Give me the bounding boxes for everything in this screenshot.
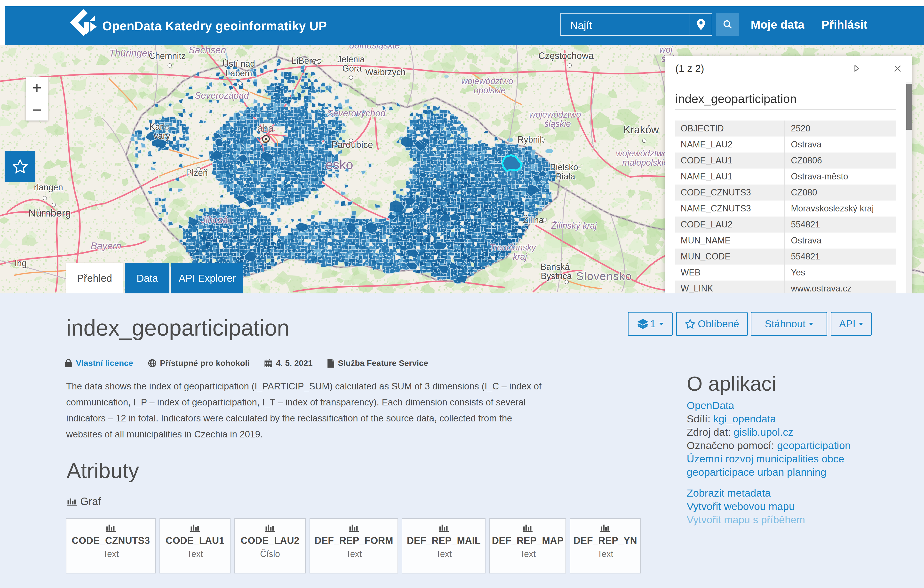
svg-text:vary: vary [153,131,170,141]
svg-text:Bayern: Bayern [91,241,121,251]
svg-text:opolskie: opolskie [474,85,506,95]
svg-text:Wałbrzych: Wałbrzych [365,67,406,77]
svg-text:Severozápad: Severozápad [195,91,249,101]
svg-text:Nürnberg: Nürnberg [28,207,71,219]
svg-text:esko: esko [325,157,353,172]
svg-text:Częstochowa: Częstochowa [538,51,594,61]
svg-text:dolnośląskie: dolnośląskie [349,45,400,50]
svg-text:Žilina: Žilina [523,215,544,225]
svg-text:Banská: Banská [541,262,570,272]
svg-text:Sachsen: Sachsen [188,45,226,55]
svg-text:Jelenia: Jelenia [337,55,365,64]
svg-text:Ing: Ing [15,258,26,268]
svg-text:aha: aha [257,123,274,134]
svg-text:woj: woj [659,45,673,55]
svg-text:Ústí nad: Ústí nad [223,59,255,69]
svg-text:Severovýchod: Severovýchod [327,108,386,118]
svg-text:śląskie: śląskie [544,119,571,129]
svg-text:kraj: kraj [513,252,527,262]
svg-text:Bystrica: Bystrica [541,271,572,281]
svg-text:rlangen: rlangen [34,182,63,192]
svg-text:małopolskie: małopolskie [622,158,668,168]
svg-text:Trenčiansky: Trenčiansky [489,243,536,253]
svg-text:Slovensko: Slovensko [576,270,632,282]
svg-text:Biała: Biała [556,172,576,182]
svg-text:Labem: Labem [225,68,252,78]
svg-text:Thüringen: Thüringen [109,48,153,58]
svg-text:województwo: województwo [616,149,668,159]
svg-text:województwo: województwo [461,76,513,86]
svg-text:województwo: województwo [529,110,581,119]
svg-text:Jihozáp: Jihozáp [201,215,233,225]
svg-text:Bielsko-: Bielsko- [550,162,581,172]
svg-text:Kraków: Kraków [624,124,659,135]
svg-text:Žilinský kraj: Žilinský kraj [551,221,597,231]
svg-text:Góra: Góra [342,64,362,73]
svg-text:Chemnitz: Chemnitz [149,51,186,61]
svg-text:Karlo: Karlo [149,122,170,132]
